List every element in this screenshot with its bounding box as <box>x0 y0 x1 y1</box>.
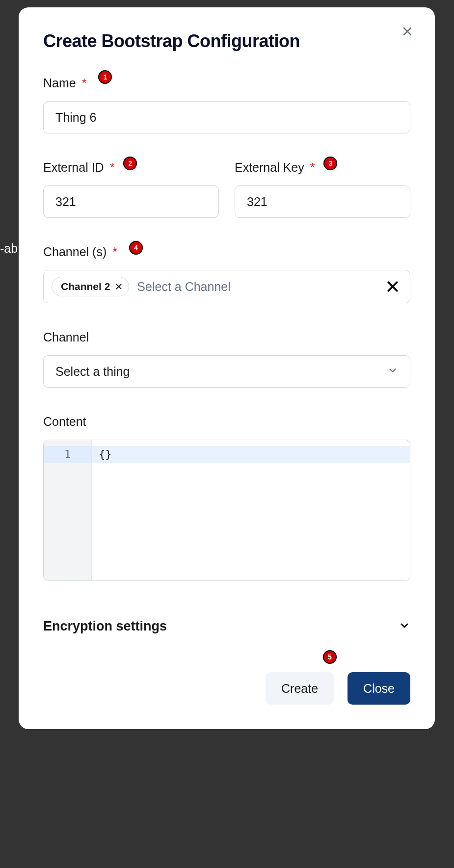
external-id-input[interactable] <box>43 185 219 218</box>
channel-label: Channel <box>43 330 410 344</box>
close-button[interactable]: Close <box>347 672 410 705</box>
multiselect-clear-button[interactable] <box>385 279 400 294</box>
channel-field-group: Channel Select a thing <box>43 330 410 388</box>
create-bootstrap-config-modal: Create Bootstrap Configuration Name * 1 … <box>19 7 435 729</box>
required-asterisk: * <box>112 245 117 259</box>
modal-close-button[interactable] <box>400 24 415 39</box>
annotation-badge-3: 3 <box>323 157 337 170</box>
external-id-label-text: External ID <box>43 160 104 174</box>
close-icon <box>385 279 400 294</box>
name-label-text: Name <box>43 76 76 90</box>
chip-remove-button[interactable] <box>115 283 123 290</box>
accordion-title: Encryption settings <box>43 619 167 634</box>
name-field-group: Name * 1 <box>43 76 410 133</box>
external-key-input[interactable] <box>235 185 410 218</box>
required-asterisk: * <box>82 76 87 90</box>
external-key-field-group: External Key * 3 <box>235 160 410 218</box>
channels-label: Channel (s) * 4 <box>43 245 410 259</box>
line-number: 1 <box>44 446 91 463</box>
name-label: Name * 1 <box>43 76 410 90</box>
external-id-label: External ID * 2 <box>43 160 219 175</box>
content-field-group: Content 1 {} <box>43 415 410 581</box>
channels-label-text: Channel (s) <box>43 245 107 259</box>
chip-label: Channel 2 <box>61 281 110 292</box>
annotation-badge-5: 5 <box>323 650 337 664</box>
select-placeholder: Select a thing <box>55 365 130 379</box>
code-line: {} <box>92 446 410 463</box>
multiselect-placeholder: Select a Channel <box>137 280 377 294</box>
content-label: Content <box>43 415 410 429</box>
close-icon <box>115 283 123 290</box>
modal-header: Create Bootstrap Configuration <box>43 31 410 52</box>
create-button[interactable]: Create <box>266 672 334 705</box>
channels-field-group: Channel (s) * 4 Channel 2 Select a Chann… <box>43 245 410 303</box>
external-key-label-text: External Key <box>235 160 304 174</box>
chevron-down-icon <box>387 365 398 378</box>
code-gutter: 1 <box>44 440 92 580</box>
required-asterisk: * <box>310 160 315 174</box>
close-icon <box>401 26 413 37</box>
content-code-editor[interactable]: 1 {} <box>43 440 410 581</box>
modal-title: Create Bootstrap Configuration <box>43 31 410 52</box>
annotation-badge-2: 2 <box>123 157 137 170</box>
annotation-badge-1: 1 <box>98 70 112 84</box>
chevron-down-icon <box>399 620 410 633</box>
required-asterisk: * <box>110 160 115 174</box>
external-row: External ID * 2 External Key * 3 <box>43 160 410 218</box>
name-input[interactable] <box>43 101 410 133</box>
external-id-field-group: External ID * 2 <box>43 160 219 218</box>
code-area[interactable]: {} <box>92 440 410 580</box>
channel-select[interactable]: Select a thing <box>43 355 410 388</box>
modal-footer: 5 Create Close <box>43 672 410 705</box>
channels-multiselect[interactable]: Channel 2 Select a Channel <box>43 270 410 303</box>
external-key-label: External Key * 3 <box>235 160 410 175</box>
channel-chip: Channel 2 <box>52 277 129 296</box>
annotation-badge-4: 4 <box>129 241 143 255</box>
background-partial-text: -ab <box>0 241 18 256</box>
encryption-settings-accordion[interactable]: Encryption settings <box>43 608 410 645</box>
